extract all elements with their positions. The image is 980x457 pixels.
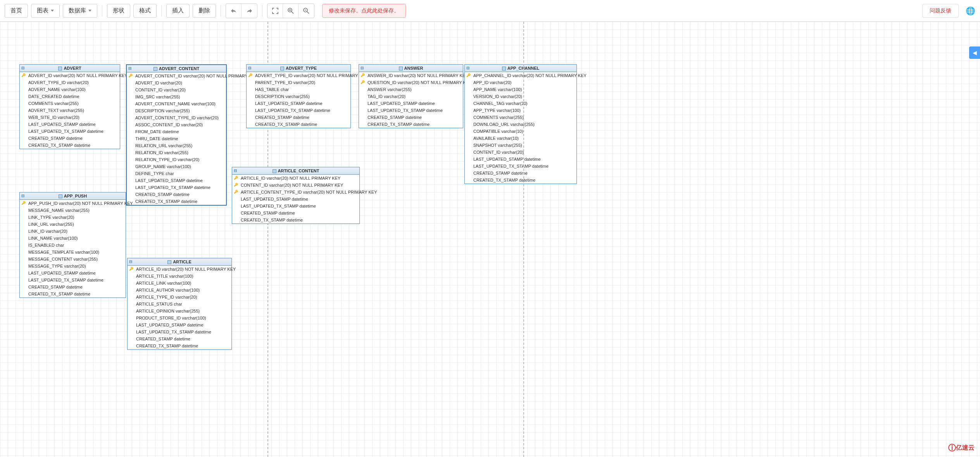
column-row[interactable]: CREATED_TX_STAMP datetime [127, 198, 226, 205]
column-row[interactable]: ADVERT_CONTENT_ID varchar(20) NOT NULL P… [127, 72, 226, 79]
column-row[interactable]: SNAPSHOT varchar(255) [465, 142, 576, 149]
column-row[interactable]: VERSION_ID varchar(20) [465, 93, 576, 100]
format-button[interactable]: 格式 [133, 4, 157, 18]
column-row[interactable]: ARTICLE_TYPE_ID varchar(20) [128, 294, 231, 301]
column-row[interactable]: CREATED_TX_STAMP datetime [465, 177, 576, 184]
column-row[interactable]: LAST_UPDATED_TX_STAMP datetime [20, 128, 120, 135]
redo-button[interactable] [242, 4, 257, 18]
column-row[interactable]: ASSOC_CONTENT_ID varchar(20) [127, 121, 226, 128]
column-row[interactable]: RELATION_ID varchar(255) [127, 149, 226, 156]
column-row[interactable]: ARTICLE_LINK varchar(100) [128, 280, 231, 287]
column-row[interactable]: RELATION_URL varchar(255) [127, 142, 226, 149]
column-row[interactable]: ADVERT_TYPE_ID varchar(20) NOT NULL PRIM… [247, 72, 350, 79]
side-panel-toggle[interactable]: ◀ [969, 46, 980, 59]
delete-button[interactable]: 删除 [193, 4, 216, 18]
column-row[interactable]: APP_PUSH_ID varchar(20) NOT NULL PRIMARY… [20, 200, 126, 207]
column-row[interactable]: ARTICLE_ID varchar(20) NOT NULL PRIMARY … [232, 175, 359, 182]
fullscreen-button[interactable] [267, 4, 283, 18]
column-row[interactable]: ADVERT_ID varchar(20) NOT NULL PRIMARY K… [20, 72, 120, 79]
column-row[interactable]: APP_CHANNEL_ID varchar(20) NOT NULL PRIM… [465, 72, 576, 79]
column-row[interactable]: THRU_DATE datetime [127, 135, 226, 142]
column-row[interactable]: ANSWER_ID varchar(20) NOT NULL PRIMARY K… [359, 72, 463, 79]
column-row[interactable]: QUESTION_ID varchar(20) NOT NULL PRIMARY… [359, 79, 463, 86]
column-row[interactable]: CREATED_TX_STAMP datetime [232, 216, 359, 223]
table-header[interactable]: ARTICLE [128, 258, 231, 266]
column-row[interactable]: CREATED_STAMP datetime [247, 114, 350, 121]
column-row[interactable]: ARTICLE_ID varchar(20) NOT NULL PRIMARY … [128, 266, 231, 273]
column-row[interactable]: FROM_DATE datetime [127, 128, 226, 135]
zoom-out-button[interactable] [298, 4, 314, 18]
table-header[interactable]: APP_CHANNEL [465, 65, 576, 72]
column-row[interactable]: CREATED_TX_STAMP datetime [20, 142, 120, 149]
column-row[interactable]: DESCRIPTION varchar(255) [247, 93, 350, 100]
column-row[interactable]: WEB_SITE_ID varchar(20) [20, 114, 120, 121]
save-warning[interactable]: 修改未保存。点此此处保存。 [322, 4, 406, 18]
column-row[interactable]: LAST_UPDATED_STAMP datetime [247, 100, 350, 107]
canvas[interactable]: ADVERTADVERT_ID varchar(20) NOT NULL PRI… [0, 22, 980, 457]
column-row[interactable]: HAS_TABLE char [247, 86, 350, 93]
column-row[interactable]: CREATED_STAMP datetime [20, 283, 126, 290]
column-row[interactable]: CONTENT_ID varchar(20) NOT NULL PRIMARY … [232, 182, 359, 189]
column-row[interactable]: PARENT_TYPE_ID varchar(20) [247, 79, 350, 86]
globe-icon[interactable]: 🌐 [966, 6, 975, 15]
column-row[interactable]: AVAILABLE varchar(10) [465, 135, 576, 142]
column-row[interactable]: CREATED_STAMP datetime [232, 210, 359, 216]
column-row[interactable]: DOWNLOAD_URL varchar(255) [465, 121, 576, 128]
column-row[interactable]: ADVERT_TYPE_ID varchar(20) [20, 79, 120, 86]
column-row[interactable]: GROUP_NAME varchar(100) [127, 163, 226, 170]
column-row[interactable]: LAST_UPDATED_STAMP datetime [20, 121, 120, 128]
feedback-button[interactable]: 问题反馈 [922, 4, 959, 18]
column-row[interactable]: LAST_UPDATED_TX_STAMP datetime [128, 328, 231, 335]
column-row[interactable]: LAST_UPDATED_STAMP datetime [128, 321, 231, 328]
column-row[interactable]: ARTICLE_STATUS char [128, 301, 231, 308]
table-advert[interactable]: ADVERTADVERT_ID varchar(20) NOT NULL PRI… [19, 64, 120, 149]
column-row[interactable]: IMG_SRC varchar(255) [127, 93, 226, 100]
column-row[interactable]: LAST_UPDATED_TX_STAMP datetime [465, 163, 576, 170]
column-row[interactable]: LAST_UPDATED_STAMP datetime [232, 196, 359, 203]
table-header[interactable]: ARTICLE_CONTENT [232, 167, 359, 175]
column-row[interactable]: LAST_UPDATED_STAMP datetime [20, 270, 126, 277]
column-row[interactable]: CREATED_STAMP datetime [128, 335, 231, 342]
shape-button[interactable]: 形状 [107, 4, 130, 18]
column-row[interactable]: CREATED_TX_STAMP datetime [359, 121, 463, 128]
table-article_content[interactable]: ARTICLE_CONTENTARTICLE_ID varchar(20) NO… [232, 167, 360, 224]
column-row[interactable]: MESSAGE_TEMPLATE varchar(100) [20, 249, 126, 256]
column-row[interactable]: COMPATIBLE varchar(10) [465, 128, 576, 135]
table-header[interactable]: APP_PUSH [20, 192, 126, 200]
column-row[interactable]: LAST_UPDATED_STAMP datetime [359, 100, 463, 107]
column-row[interactable]: LAST_UPDATED_TX_STAMP datetime [20, 277, 126, 283]
column-row[interactable]: DESCRIPTION varchar(255) [127, 107, 226, 114]
table-advert_content[interactable]: ADVERT_CONTENTADVERT_CONTENT_ID varchar(… [126, 64, 227, 206]
home-button[interactable]: 首页 [5, 4, 28, 18]
column-row[interactable]: CREATED_STAMP datetime [20, 135, 120, 142]
table-article[interactable]: ARTICLEARTICLE_ID varchar(20) NOT NULL P… [127, 258, 232, 350]
table-answer[interactable]: ANSWERANSWER_ID varchar(20) NOT NULL PRI… [359, 64, 463, 128]
column-row[interactable]: ARTICLE_CONTENT_TYPE_ID varchar(20) NOT … [232, 189, 359, 196]
column-row[interactable]: COMMENTS varchar(255) [20, 100, 120, 107]
table-header[interactable]: ADVERT [20, 65, 120, 72]
column-row[interactable]: MESSAGE_CONTENT varchar(255) [20, 256, 126, 263]
column-row[interactable]: LAST_UPDATED_TX_STAMP datetime [127, 184, 226, 191]
column-row[interactable]: ADVERT_CONTENT_NAME varchar(100) [127, 100, 226, 107]
column-row[interactable]: MESSAGE_NAME varchar(255) [20, 207, 126, 214]
zoom-in-button[interactable] [283, 4, 298, 18]
column-row[interactable]: LAST_UPDATED_STAMP datetime [465, 156, 576, 163]
column-row[interactable]: APP_NAME varchar(100) [465, 86, 576, 93]
database-dropdown[interactable]: 数据库 [63, 4, 97, 18]
table-header[interactable]: ADVERT_CONTENT [127, 65, 226, 72]
column-row[interactable]: CREATED_STAMP datetime [127, 191, 226, 198]
table-advert_type[interactable]: ADVERT_TYPEADVERT_TYPE_ID varchar(20) NO… [246, 64, 351, 128]
column-row[interactable]: DEFINE_TYPE char [127, 170, 226, 177]
column-row[interactable]: LINK_NAME varchar(100) [20, 235, 126, 242]
column-row[interactable]: ARTICLE_AUTHOR varchar(100) [128, 287, 231, 294]
undo-button[interactable] [226, 4, 242, 18]
column-row[interactable]: CREATED_TX_STAMP datetime [20, 290, 126, 297]
table-app_push[interactable]: APP_PUSHAPP_PUSH_ID varchar(20) NOT NULL… [19, 192, 126, 298]
column-row[interactable]: LINK_URL varchar(255) [20, 221, 126, 228]
column-row[interactable]: ANSWER varchar(255) [359, 86, 463, 93]
column-row[interactable]: CONTENT_ID varchar(20) [465, 149, 576, 156]
column-row[interactable]: DATE_CREATED datetime [20, 93, 120, 100]
column-row[interactable]: CREATED_TX_STAMP datetime [128, 342, 231, 349]
column-row[interactable]: LINK_TYPE varchar(20) [20, 214, 126, 221]
column-row[interactable]: RELATION_TYPE_ID varchar(20) [127, 156, 226, 163]
